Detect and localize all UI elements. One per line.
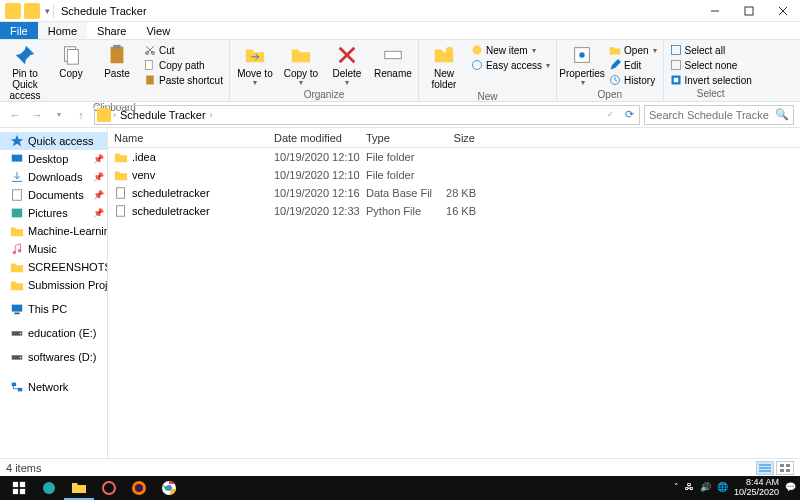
cell-type: Python File — [360, 205, 432, 217]
properties-button[interactable]: Properties▾ — [561, 42, 603, 88]
easy-access-button[interactable]: Easy access▾ — [469, 58, 552, 72]
taskbar-chrome-icon[interactable] — [154, 476, 184, 500]
svg-point-17 — [472, 61, 481, 70]
tab-view[interactable]: View — [136, 22, 180, 39]
svg-rect-11 — [146, 76, 154, 85]
edit-button[interactable]: Edit — [607, 58, 658, 72]
nav-recent-button[interactable]: ▾ — [50, 106, 68, 124]
breadcrumb-dropdown-button[interactable]: ✓ — [601, 106, 619, 124]
sidebar-item[interactable]: Music — [0, 240, 107, 258]
column-header-date[interactable]: Date modified — [268, 132, 360, 144]
nav-forward-button[interactable]: → — [28, 106, 46, 124]
nav-up-button[interactable]: ↑ — [72, 106, 90, 124]
view-thumbnails-button[interactable] — [776, 461, 794, 475]
file-row[interactable]: scheduletracker10/19/2020 12:33 PMPython… — [108, 202, 800, 220]
sidebar-item-label: softwares (D:) — [28, 351, 96, 363]
ribbon-group-new: New folder New item▾ Easy access▾ New — [419, 40, 557, 101]
navigation-pane[interactable]: Quick access Desktop📌Downloads📌Documents… — [0, 128, 108, 458]
open-icon — [609, 44, 621, 56]
sidebar-item[interactable]: Documents📌 — [0, 186, 107, 204]
tray-network-icon[interactable]: 🖧 — [685, 483, 694, 493]
open-button[interactable]: Open▾ — [607, 43, 658, 57]
svg-rect-26 — [13, 190, 22, 201]
pin-icon — [14, 44, 36, 66]
invert-selection-button[interactable]: Invert selection — [668, 73, 754, 87]
column-header-type[interactable]: Type — [360, 132, 432, 144]
minimize-button[interactable] — [698, 0, 732, 22]
paste-button[interactable]: Paste — [96, 42, 138, 79]
copy-button[interactable]: Copy — [50, 42, 92, 79]
sidebar-quick-access[interactable]: Quick access — [0, 132, 107, 150]
ribbon-group-open: Properties▾ Open▾ Edit History Open — [557, 40, 663, 101]
qat-dropdown-icon[interactable]: ▾ — [45, 6, 50, 16]
chevron-right-icon[interactable]: › — [113, 110, 116, 120]
taskbar-app-icon[interactable] — [34, 476, 64, 500]
view-details-button[interactable] — [756, 461, 774, 475]
svg-point-15 — [446, 47, 453, 54]
sidebar-this-pc[interactable]: This PC — [0, 300, 107, 318]
taskbar-app-icon[interactable] — [94, 476, 124, 500]
file-row[interactable]: .idea10/19/2020 12:10 PMFile folder — [108, 148, 800, 166]
pin-quick-access-button[interactable]: Pin to Quick access — [4, 42, 46, 101]
column-header-name[interactable]: Name — [108, 132, 268, 144]
sidebar-drive[interactable]: education (E:) — [0, 324, 107, 342]
history-button[interactable]: History — [607, 73, 658, 87]
cut-button[interactable]: Cut — [142, 43, 225, 57]
pin-icon: 📌 — [93, 208, 104, 218]
svg-rect-6 — [111, 47, 124, 64]
select-none-button[interactable]: Select none — [668, 58, 754, 72]
system-tray[interactable]: ˄ 🖧 🔊 🌐 8:44 AM 10/25/2020 💬 — [674, 478, 796, 498]
chevron-right-icon[interactable]: › — [210, 110, 213, 120]
sidebar-drive[interactable]: softwares (D:) — [0, 348, 107, 366]
search-input[interactable] — [649, 109, 769, 121]
maximize-button[interactable] — [732, 0, 766, 22]
svg-rect-39 — [117, 206, 125, 217]
column-header-size[interactable]: Size — [432, 132, 482, 144]
sidebar-item[interactable]: Machine-Learning- — [0, 222, 107, 240]
sidebar-item[interactable]: SCREENSHOTS — [0, 258, 107, 276]
pin-label: Pin to Quick access — [4, 68, 46, 101]
taskbar-explorer-icon[interactable] — [64, 476, 94, 500]
sidebar-item-icon — [10, 188, 24, 202]
move-to-button[interactable]: Move to▾ — [234, 42, 276, 88]
tray-volume-icon[interactable]: 🔊 — [700, 483, 711, 493]
file-row[interactable]: scheduletracker10/19/2020 12:16 PMData B… — [108, 184, 800, 202]
ribbon-group-organize: Move to▾ Copy to▾ Delete▾ Rename Organiz… — [230, 40, 419, 101]
tray-clock[interactable]: 8:44 AM 10/25/2020 — [734, 478, 779, 498]
tab-home[interactable]: Home — [38, 22, 87, 39]
tray-notifications-icon[interactable]: 💬 — [785, 483, 796, 493]
new-folder-button[interactable]: New folder — [423, 42, 465, 90]
tray-chevron-up-icon[interactable]: ˄ — [674, 483, 679, 493]
file-row[interactable]: venv10/19/2020 12:10 PMFile folder — [108, 166, 800, 184]
sidebar-item[interactable]: Desktop📌 — [0, 150, 107, 168]
new-item-button[interactable]: New item▾ — [469, 43, 552, 57]
start-button[interactable] — [4, 476, 34, 500]
file-list-pane: Name Date modified Type Size .idea10/19/… — [108, 128, 800, 458]
nav-back-button[interactable]: ← — [6, 106, 24, 124]
rename-icon — [382, 44, 404, 66]
sidebar-item-label: Documents — [28, 189, 84, 201]
select-all-button[interactable]: Select all — [668, 43, 754, 57]
sidebar-network[interactable]: Network — [0, 378, 107, 396]
pin-icon: 📌 — [93, 154, 104, 164]
chevron-down-icon: ▾ — [345, 79, 349, 88]
close-button[interactable] — [766, 0, 800, 22]
tray-language-icon[interactable]: 🌐 — [717, 483, 728, 493]
breadcrumb-current[interactable]: Schedule Tracker — [118, 109, 208, 121]
refresh-button[interactable]: ⟳ — [621, 108, 637, 121]
taskbar[interactable]: ˄ 🖧 🔊 🌐 8:44 AM 10/25/2020 💬 — [0, 476, 800, 500]
sidebar-item[interactable]: Submission Projects — [0, 276, 107, 294]
tab-file[interactable]: File — [0, 22, 38, 39]
taskbar-firefox-icon[interactable] — [124, 476, 154, 500]
sidebar-item[interactable]: Pictures📌 — [0, 204, 107, 222]
breadcrumb-bar[interactable]: › Schedule Tracker › ✓ ⟳ — [94, 105, 640, 125]
delete-button[interactable]: Delete▾ — [326, 42, 368, 88]
copy-path-button[interactable]: Copy path — [142, 58, 225, 72]
tab-share[interactable]: Share — [87, 22, 136, 39]
paste-shortcut-button[interactable]: Paste shortcut — [142, 73, 225, 87]
copy-to-button[interactable]: Copy to▾ — [280, 42, 322, 88]
sidebar-item[interactable]: Downloads📌 — [0, 168, 107, 186]
rename-button[interactable]: Rename — [372, 42, 414, 79]
search-box[interactable]: 🔍 — [644, 105, 794, 125]
cell-date: 10/19/2020 12:16 PM — [268, 187, 360, 199]
